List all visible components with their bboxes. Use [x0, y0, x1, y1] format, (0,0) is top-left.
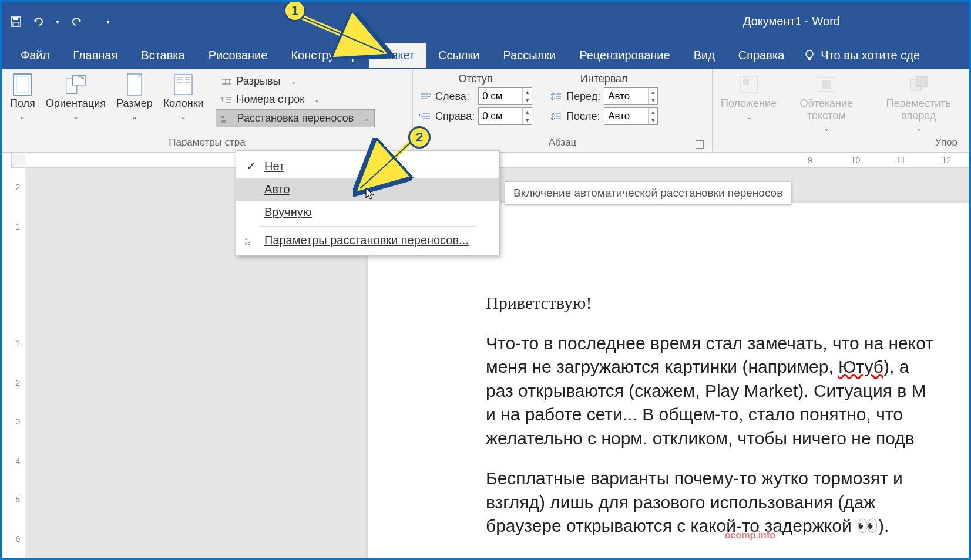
group-page-setup: Поля⌄ Ориентация⌄ Размер⌄ Колонки⌄ Разры… — [2, 69, 413, 152]
annotation-badge-2: 2 — [408, 126, 431, 149]
ribbon-tabs: Файл Главная Вставка Рисование Конструкт… — [2, 41, 969, 69]
paragraph-1: Приветствую! — [486, 291, 969, 315]
tab-review[interactable]: Рецензирование — [567, 43, 681, 68]
spinner-up-icon[interactable]: ▲ — [522, 108, 532, 116]
svg-rect-2 — [13, 22, 19, 26]
spinner-down-icon[interactable]: ▼ — [522, 116, 532, 124]
spacing-after-input[interactable]: ▲▼ — [604, 107, 658, 125]
spacing-header: Интервал — [550, 73, 658, 87]
menu-separator — [260, 226, 476, 227]
indent-left-label: Слева: — [435, 90, 475, 103]
ribbon: Поля⌄ Ориентация⌄ Размер⌄ Колонки⌄ Разры… — [2, 69, 969, 153]
margins-button[interactable]: Поля⌄ — [8, 73, 38, 123]
menu-item-options[interactable]: a-bc Параметры расстановки переносов... — [236, 229, 499, 252]
spacing-after-icon — [550, 111, 563, 122]
spacing-after-label: После: — [566, 110, 600, 123]
position-icon — [738, 74, 760, 95]
quick-access-toolbar: ▾ ▾ — [9, 15, 110, 29]
wrap-text-icon — [816, 74, 837, 95]
svg-rect-29 — [916, 76, 927, 87]
line-numbers-icon: 1 — [220, 95, 233, 105]
svg-rect-4 — [808, 58, 811, 60]
group-paragraph: Отступ Слева: ▲▼ Справа: ▲▼ Интервал Пер — [413, 69, 713, 152]
lightbulb-icon — [803, 49, 816, 62]
spinner-up-icon[interactable]: ▲ — [522, 88, 532, 96]
tab-home[interactable]: Главная — [61, 43, 129, 68]
spinner-down-icon[interactable]: ▼ — [648, 116, 657, 124]
spacing-before-label: Перед: — [566, 90, 600, 103]
ruler-corner — [11, 153, 25, 168]
position-button[interactable]: Положение⌄ — [718, 73, 779, 123]
undo-button[interactable] — [32, 15, 46, 29]
redo-button[interactable] — [69, 15, 83, 29]
svg-line-35 — [360, 141, 412, 188]
tab-mailings[interactable]: Рассылки — [491, 43, 567, 68]
paragraph-2: Что-то в последнее время стал замечать, … — [486, 332, 969, 451]
orientation-icon — [65, 74, 86, 95]
annotation-badge-1: 1 — [284, 0, 306, 22]
spinner-down-icon[interactable]: ▼ — [648, 96, 657, 104]
tell-me-search[interactable]: Что вы хотите сде — [796, 49, 920, 62]
svg-text:bc: bc — [221, 119, 226, 123]
spacing-before-input[interactable]: ▲▼ — [604, 87, 658, 105]
spinner-down-icon[interactable]: ▼ — [522, 96, 532, 104]
wrap-text-button[interactable]: Обтекание текстом⌄ — [785, 73, 868, 135]
group-label-paragraph: Абзац — [419, 136, 706, 151]
tab-insert[interactable]: Вставка — [129, 43, 196, 68]
dialog-launcher-icon[interactable] — [696, 140, 704, 149]
indent-right-input[interactable]: ▲▼ — [478, 107, 532, 125]
group-label-page-setup: Параметры стра — [8, 136, 406, 151]
group-label-arrange: Упор — [718, 136, 963, 151]
cursor-icon — [365, 187, 377, 201]
bring-forward-button[interactable]: Переместить вперед⌄ — [873, 73, 963, 135]
hyphenation-icon: a-bc — [221, 113, 234, 124]
menu-item-manual[interactable]: Вручную — [236, 201, 499, 224]
annotation-arrow-1 — [295, 12, 395, 59]
annotation-arrow-2 — [353, 138, 418, 197]
svg-point-3 — [806, 50, 813, 58]
indent-right-icon — [419, 111, 432, 122]
size-icon — [124, 74, 145, 95]
tab-view[interactable]: Вид — [682, 43, 727, 68]
breaks-icon — [220, 76, 233, 87]
columns-icon — [173, 74, 194, 95]
svg-text:1: 1 — [221, 97, 224, 103]
undo-dropdown-icon[interactable]: ▾ — [56, 18, 59, 26]
svg-rect-24 — [743, 79, 749, 85]
tab-file[interactable]: Файл — [9, 43, 61, 68]
document-page[interactable]: Приветствую! Что-то в последнее время ст… — [368, 203, 969, 558]
tab-help[interactable]: Справка — [727, 43, 796, 68]
orientation-button[interactable]: Ориентация⌄ — [43, 73, 108, 123]
bring-forward-icon — [908, 74, 929, 95]
qat-customize-icon[interactable]: ▾ — [106, 18, 110, 26]
indent-left-input[interactable]: ▲▼ — [478, 87, 532, 105]
indent-header: Отступ — [419, 73, 532, 87]
columns-button[interactable]: Колонки⌄ — [161, 73, 206, 123]
breaks-button[interactable]: Разрывы ⌄ — [216, 73, 375, 90]
tooltip: Включение автоматической расстановки пер… — [505, 181, 791, 205]
spacing-before-icon — [550, 91, 563, 102]
svg-text:bc: bc — [245, 241, 250, 245]
indent-left-icon — [419, 91, 432, 102]
indent-right-label: Справа: — [435, 110, 475, 123]
window-title: Документ1 - Word — [743, 15, 840, 28]
group-arrange: Положение⌄ Обтекание текстом⌄ Переместит… — [713, 69, 969, 152]
paragraph-3: Бесплатные варианты почему-то жутко торм… — [486, 467, 969, 538]
vertical-ruler[interactable]: 2 1 1 2 3 4 5 6 — [11, 168, 25, 558]
svg-rect-1 — [13, 17, 18, 20]
check-icon: ✓ — [244, 159, 257, 173]
hyphenation-button[interactable]: a-bc Расстановка переносов ⌄ — [216, 109, 375, 127]
tab-draw[interactable]: Рисование — [197, 43, 280, 68]
spinner-up-icon[interactable]: ▲ — [648, 88, 657, 96]
margins-icon — [12, 74, 33, 95]
tell-me-label: Что вы хотите сде — [821, 49, 920, 62]
svg-line-33 — [299, 16, 384, 52]
hyphenation-options-icon: a-bc — [244, 236, 257, 245]
spinner-up-icon[interactable]: ▲ — [648, 108, 657, 116]
watermark: ocomp.info — [725, 530, 775, 541]
svg-rect-25 — [822, 80, 831, 89]
line-numbers-button[interactable]: 1 Номера строк ⌄ — [216, 91, 375, 108]
size-button[interactable]: Размер⌄ — [114, 73, 155, 123]
tab-references[interactable]: Ссылки — [426, 43, 491, 68]
save-button[interactable] — [9, 15, 23, 29]
